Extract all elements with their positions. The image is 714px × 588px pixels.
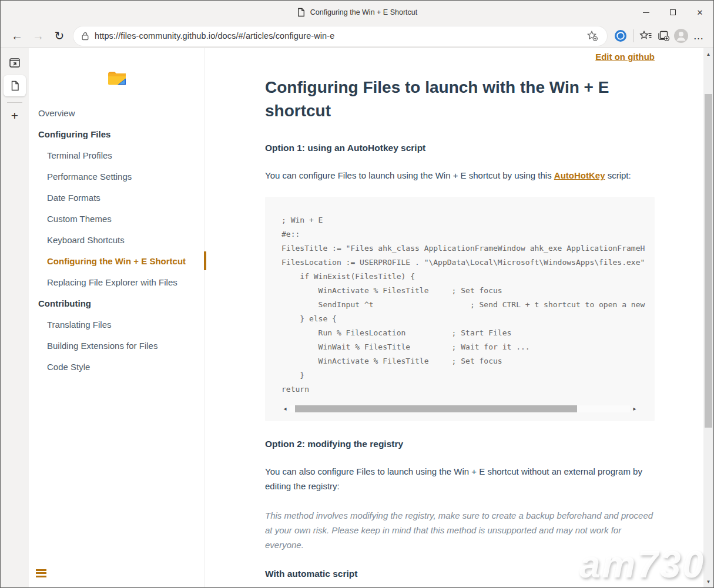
sidebar-item-translating-files[interactable]: Translating Files (29, 314, 205, 335)
scroll-right-icon[interactable]: ▸ (631, 405, 638, 413)
add-favorite-button[interactable] (584, 27, 601, 45)
code-line: if WinExist(FilesTitle) { (281, 270, 655, 284)
blue-swirl-extension-icon (614, 29, 627, 42)
code-line: SendInput ^t ; Send CTRL + t shortcut to… (281, 298, 655, 312)
code-block: ; Win + E #e:: FilesTitle := "Files ahk_… (265, 197, 655, 421)
extension-button[interactable] (612, 27, 629, 45)
tab-title-area: Configuring the Win + E Shortcut (297, 1, 417, 24)
files-folder-logo-icon (106, 69, 128, 87)
forward-icon: → (32, 29, 44, 43)
code-line: FilesLocation := USERPROFILE . "\AppData… (281, 256, 655, 270)
sidebar-item-building-extensions[interactable]: Building Extensions for Files (29, 335, 205, 356)
hamburger-icon (36, 569, 46, 571)
plus-icon: + (11, 109, 18, 123)
warning-paragraph: This method involves modifying the regis… (265, 508, 655, 552)
page-title: Configuring Files to launch with the Win… (265, 76, 655, 123)
ellipsis-icon: … (693, 30, 705, 42)
tab-page-icon (11, 80, 19, 91)
lock-icon[interactable] (82, 32, 89, 41)
tabstrip-divider (7, 102, 22, 103)
code-horizontal-scrollbar[interactable]: ◂ ▸ (281, 405, 638, 413)
url-text: https://files-community.github.io/docs/#… (95, 31, 584, 41)
code-line: } (281, 368, 655, 382)
close-button[interactable]: ✕ (686, 1, 713, 24)
sidebar-item-code-style[interactable]: Code Style (29, 356, 205, 377)
back-button[interactable]: ← (6, 26, 28, 46)
sidebar-toggle-button[interactable] (36, 567, 48, 579)
profile-button[interactable] (672, 27, 690, 45)
vertical-tabs-toggle-button[interactable] (6, 55, 24, 70)
collections-button[interactable] (655, 27, 672, 45)
autohotkey-link[interactable]: AutoHotKey (554, 170, 605, 180)
vscroll-thumb[interactable] (705, 94, 712, 428)
page-favicon-icon (297, 8, 305, 17)
code-line: ; Win + E (281, 213, 655, 227)
refresh-button[interactable]: ↻ (49, 26, 70, 46)
sidebar-section-configuring-files[interactable]: Configuring Files (29, 123, 205, 145)
address-bar[interactable]: https://files-community.github.io/docs/#… (73, 26, 607, 46)
hscroll-track[interactable] (290, 405, 630, 412)
edit-on-github-link[interactable]: Edit on github (595, 52, 655, 62)
minimize-icon (643, 12, 649, 13)
browser-window: Configuring the Win + E Shortcut ✕ ← → ↻… (0, 0, 714, 588)
code-line: return (281, 382, 655, 397)
favorites-star-icon (639, 30, 652, 42)
sidebar-item-keyboard-shortcuts[interactable]: Keyboard Shortcuts (29, 229, 205, 250)
docs-sidebar: Overview Configuring Files Terminal Prof… (29, 48, 205, 587)
forward-button[interactable]: → (28, 26, 49, 46)
maximize-button[interactable] (659, 1, 686, 24)
refresh-icon: ↻ (55, 29, 65, 43)
code-line: Run % FilesLocation ; Start Files (281, 326, 655, 340)
sidebar-item-overview[interactable]: Overview (29, 102, 205, 123)
titlebar: Configuring the Win + E Shortcut ✕ (1, 1, 713, 24)
window-title: Configuring the Win + E Shortcut (310, 8, 417, 16)
code-line: WinActivate % FilesTitle ; Set focus (281, 284, 655, 298)
close-icon: ✕ (697, 8, 703, 17)
active-tab[interactable] (4, 75, 26, 96)
code-line: FilesTitle := "Files ahk_class Applicati… (281, 241, 655, 256)
hscroll-thumb[interactable] (295, 405, 578, 412)
sidebar-item-custom-themes[interactable]: Custom Themes (29, 208, 205, 229)
sidebar-item-date-formats[interactable]: Date Formats (29, 187, 205, 208)
code-line: } else { (281, 312, 655, 326)
vertical-tabs-icon (9, 58, 20, 68)
scroll-up-icon[interactable]: ▲ (703, 49, 713, 59)
star-add-icon (586, 30, 598, 42)
sidebar-item-terminal-profiles[interactable]: Terminal Profiles (29, 145, 205, 166)
back-icon: ← (11, 29, 23, 43)
favorites-button[interactable] (637, 27, 655, 45)
sidebar-section-contributing[interactable]: Contributing (29, 293, 205, 314)
new-tab-button[interactable]: + (6, 107, 24, 124)
scroll-left-icon[interactable]: ◂ (281, 405, 289, 413)
maximize-icon (670, 9, 676, 15)
sidebar-item-configuring-win-e[interactable]: Configuring the Win + E Shortcut (29, 250, 205, 271)
collections-icon (657, 30, 670, 42)
minimize-button[interactable] (632, 1, 659, 24)
automatic-script-heading: With automatic script (265, 569, 655, 579)
code-line: #e:: (281, 227, 655, 241)
scroll-down-icon[interactable]: ▼ (703, 577, 713, 586)
avatar-icon (673, 28, 689, 43)
sidebar-item-replacing-file-explorer[interactable]: Replacing File Explorer with Files (29, 271, 205, 293)
page-scrollbar[interactable]: ▲ ▼ (703, 48, 713, 587)
browser-toolbar: ← → ↻ https://files-community.github.io/… (1, 24, 713, 48)
app-logo[interactable] (29, 69, 205, 87)
option1-heading: Option 1: using an AutoHotkey script (265, 143, 655, 153)
vertical-tab-strip: + (1, 48, 29, 587)
registry-paragraph: You can also configure Files to launch u… (265, 464, 655, 493)
code-line: WinActivate % FilesTitle ; Set focus (281, 354, 655, 368)
toolbar-separator (633, 29, 633, 42)
main-content: Edit on github Configuring Files to laun… (205, 48, 703, 587)
option2-heading: Option 2: modifying the registry (265, 439, 655, 449)
sidebar-item-performance-settings[interactable]: Performance Settings (29, 166, 205, 187)
settings-menu-button[interactable]: … (690, 27, 708, 45)
code-line: WinWait % FilesTitle ; Wait for it ... (281, 340, 655, 354)
intro-paragraph: You can configure Files to launch using … (265, 168, 655, 183)
